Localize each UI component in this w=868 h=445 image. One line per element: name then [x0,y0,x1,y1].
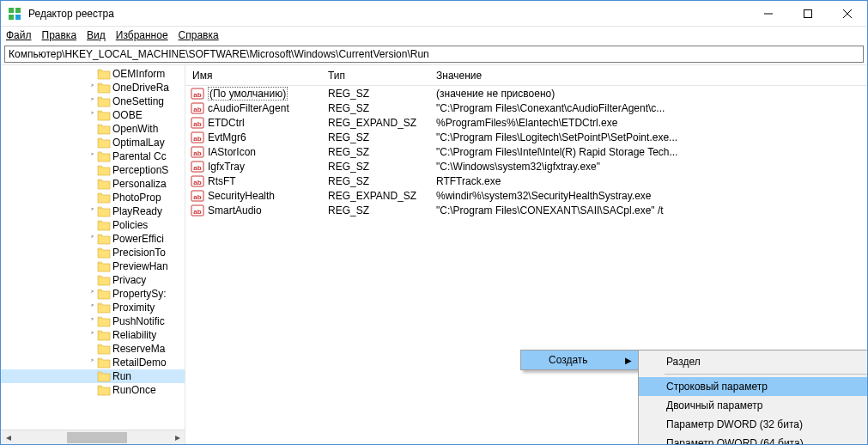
folder-icon [97,233,111,245]
list-row[interactable]: IgfxTrayREG_SZ"C:\Windows\system32\igfxt… [185,159,867,174]
expander-icon[interactable]: ˃ [87,331,97,340]
folder-icon [97,68,111,80]
tree-item[interactable]: PerceptionS [1,163,185,177]
reg-string-icon [191,189,204,203]
ctx-create[interactable]: Создать ▶ [521,351,639,369]
tree-item[interactable]: ˃Reliability [1,328,185,342]
value-name: SecurityHealth [208,190,275,202]
list-row[interactable]: IAStorIconREG_SZ"C:\Program Files\Intel\… [185,144,867,159]
tree-item-label: PhotoProp [112,192,161,204]
cell-value: "C:\Program Files\CONEXANT\SAII\SACpl.ex… [431,204,867,216]
scroll-right-icon[interactable]: ▸ [170,430,185,445]
ctx-new-qword[interactable]: Параметр QWORD (64 бита) [639,434,868,445]
expander-icon[interactable]: ˃ [87,235,97,244]
cell-name: IgfxTray [185,160,323,174]
tree-item[interactable]: ReserveMa [1,342,185,356]
tree-item[interactable]: Policies [1,218,185,232]
list-row[interactable]: EvtMgr6REG_SZ"C:\Program Files\Logitech\… [185,130,867,144]
menu-edit[interactable]: Правка [42,29,77,41]
reg-string-icon [191,87,204,101]
expander-icon[interactable]: ˃ [87,358,97,368]
cell-value: (значение не присвоено) [431,88,867,100]
menu-file[interactable]: Файл [6,29,32,41]
svg-rect-2 [9,15,14,20]
cell-name: EvtMgr6 [185,131,323,144]
tree-item[interactable]: ˃PropertySy: [1,287,185,301]
tree-item[interactable]: ˃PushNotific [1,314,185,328]
list-row[interactable]: SmartAudioREG_SZ"C:\Program Files\CONEXA… [185,203,867,217]
expander-icon[interactable]: ˃ [87,111,97,120]
col-header-value[interactable]: Значение [431,70,867,82]
tree-item[interactable]: ˃RetailDemo [1,356,185,369]
tree-scroll[interactable]: OEMInform˃OneDriveRa˃OneSetting˃OOBEOpen… [1,65,185,430]
tree-item[interactable]: ˃PowerEffici [1,232,185,246]
close-button[interactable] [828,1,867,26]
expander-icon[interactable]: ˃ [87,303,97,313]
folder-icon [97,343,111,355]
tree-hscrollbar[interactable]: ◂ ▸ [1,430,185,444]
tree-item[interactable]: Run [1,369,185,383]
list-row[interactable]: RtsFTREG_SZRTFTrack.exe [185,174,867,188]
folder-icon [97,247,111,259]
context-menu: Создать ▶ [520,350,640,370]
scroll-left-icon[interactable]: ◂ [1,430,15,445]
tree-item[interactable]: Personaliza [1,177,185,191]
expander-icon[interactable]: ˃ [87,97,97,107]
tree-item[interactable]: OptimalLay [1,136,185,149]
value-name: IgfxTray [208,161,245,173]
expander-icon[interactable]: ˃ [87,317,97,326]
menu-help[interactable]: Справка [179,29,219,41]
titlebar: Редактор реестра [1,1,867,27]
tree-item[interactable]: OEMInform [1,67,185,81]
tree-item-label: Parental Cc [112,150,167,162]
tree-item[interactable]: Privacy [1,273,185,287]
col-header-type[interactable]: Тип [323,70,431,82]
address-bar[interactable]: Компьютер\HKEY_LOCAL_MACHINE\SOFTWARE\Mi… [4,46,864,63]
tree-item[interactable]: PhotoProp [1,191,185,204]
menu-view[interactable]: Вид [87,29,106,41]
list-pane: Имя Тип Значение (По умолчанию)REG_SZ(зн… [185,65,867,444]
tree-item[interactable]: PrecisionTo [1,246,185,259]
folder-icon [97,123,111,135]
tree-item-label: OneDriveRa [112,82,169,94]
ctx-new-binary[interactable]: Двоичный параметр [639,396,868,415]
col-header-name[interactable]: Имя [185,70,323,82]
cell-value: "C:\Program Files\Conexant\cAudioFilterA… [431,102,867,114]
expander-icon[interactable]: ˃ [87,207,97,216]
folder-icon [97,260,111,272]
cell-value: %ProgramFiles%\Elantech\ETDCtrl.exe [431,117,867,129]
tree-item[interactable]: ˃Parental Cc [1,149,185,163]
expander-icon[interactable]: ˃ [87,152,97,162]
tree-item[interactable]: OpenWith [1,122,185,136]
tree-item[interactable]: ˃PlayReady [1,204,185,218]
folder-icon [97,150,111,162]
folder-icon [97,329,111,341]
tree-item[interactable]: RunOnce [1,383,185,397]
expander-icon[interactable]: ˃ [87,83,97,93]
list-row[interactable]: ETDCtrlREG_EXPAND_SZ%ProgramFiles%\Elant… [185,115,867,130]
expander-icon[interactable]: ˃ [87,290,97,299]
folder-icon [97,384,111,396]
tree-item[interactable]: ˃Proximity [1,301,185,314]
ctx-new-dword[interactable]: Параметр DWORD (32 бита) [639,415,868,434]
folder-icon [97,370,111,382]
scroll-track[interactable] [15,430,170,445]
reg-string-icon [191,174,204,188]
tree-item[interactable]: ˃OneDriveRa [1,81,185,94]
list-row[interactable]: cAudioFilterAgentREG_SZ"C:\Program Files… [185,101,867,115]
app-window: Редактор реестра Файл Правка Вид Избранн… [0,0,868,445]
scroll-thumb[interactable] [67,432,127,443]
tree-item[interactable]: ˃OOBE [1,108,185,122]
minimize-button[interactable] [749,1,788,26]
menu-favorites[interactable]: Избранное [116,29,168,41]
maximize-button[interactable] [788,1,828,26]
tree-item[interactable]: ˃OneSetting [1,94,185,108]
ctx-new-key[interactable]: Раздел [639,352,868,371]
tree-item[interactable]: PreviewHan [1,259,185,273]
tree-item-label: Policies [112,219,148,231]
list-row[interactable]: SecurityHealthREG_EXPAND_SZ%windir%\syst… [185,188,867,203]
ctx-new-string[interactable]: Строковый параметр [639,377,868,396]
reg-string-icon [191,116,204,130]
folder-icon [97,192,111,204]
list-row[interactable]: (По умолчанию)REG_SZ(значение не присвое… [185,86,867,101]
